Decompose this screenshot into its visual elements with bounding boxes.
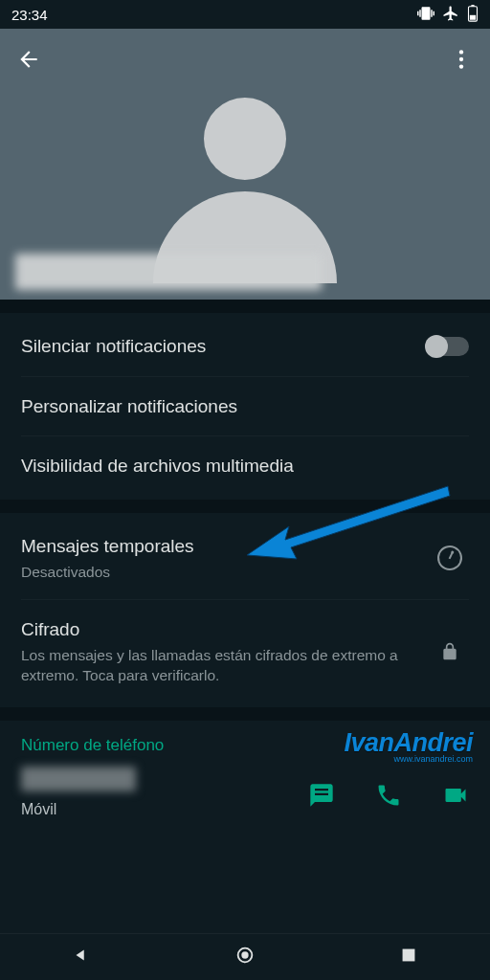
timer-icon <box>431 546 469 570</box>
svg-point-8 <box>241 951 248 958</box>
row-title: Visibilidad de archivos multimedia <box>21 454 469 479</box>
contact-name-redacted <box>15 254 322 290</box>
row-subtitle: Desactivados <box>21 563 431 583</box>
mute-toggle[interactable] <box>427 337 469 356</box>
more-options-button[interactable] <box>442 40 480 78</box>
row-disappearing-messages[interactable]: Mensajes temporales Desactivados <box>0 517 490 600</box>
nav-recents-icon[interactable] <box>398 945 419 969</box>
svg-point-5 <box>459 64 463 68</box>
row-title: Silenciar notificaciones <box>21 334 427 359</box>
row-subtitle: Los mensajes y las llamadas están cifrad… <box>21 646 431 686</box>
status-bar: 23:34 <box>0 0 490 29</box>
contact-header <box>0 29 490 300</box>
svg-rect-1 <box>471 5 475 7</box>
status-icons <box>417 5 479 25</box>
row-custom-notifications[interactable]: Personalizar notificaciones <box>0 377 490 436</box>
svg-rect-9 <box>402 949 414 962</box>
battery-icon <box>467 5 479 25</box>
status-time: 23:34 <box>11 7 48 23</box>
call-icon[interactable] <box>375 782 402 813</box>
message-icon[interactable] <box>308 782 335 813</box>
row-media-visibility[interactable]: Visibilidad de archivos multimedia <box>0 436 490 496</box>
vibrate-icon <box>417 5 434 25</box>
phone-number-redacted <box>21 767 136 791</box>
row-encryption[interactable]: Cifrado Los mensajes y las llamadas está… <box>0 600 490 702</box>
notification-settings: Silenciar notificaciones Personalizar no… <box>0 313 490 500</box>
nav-home-icon[interactable] <box>234 945 256 969</box>
video-call-icon[interactable] <box>442 782 469 813</box>
row-mute-notifications[interactable]: Silenciar notificaciones <box>0 317 490 376</box>
svg-rect-2 <box>470 14 476 19</box>
svg-point-3 <box>459 50 463 54</box>
lock-icon <box>431 642 469 661</box>
android-nav-bar <box>0 933 490 980</box>
airplane-icon <box>442 5 459 25</box>
privacy-settings: Mensajes temporales Desactivados Cifrado… <box>0 513 490 707</box>
watermark: IvanAndrei www.ivanandrei.com <box>344 728 473 764</box>
row-title: Mensajes temporales <box>21 534 431 559</box>
nav-back-icon[interactable] <box>71 945 92 969</box>
back-button[interactable] <box>10 40 48 78</box>
row-title: Personalizar notificaciones <box>21 394 469 419</box>
phone-section: Número de teléfono IvanAndrei www.ivanan… <box>0 721 490 826</box>
row-title: Cifrado <box>21 617 431 642</box>
svg-point-4 <box>459 57 463 61</box>
